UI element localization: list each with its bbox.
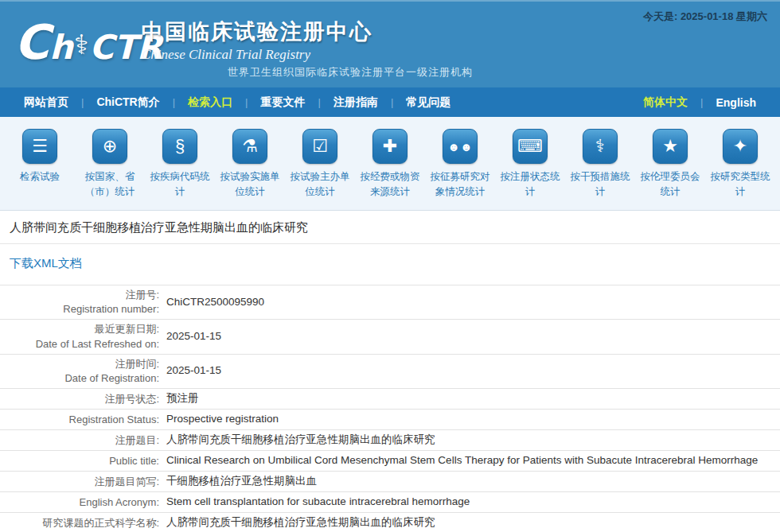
stats-toolbar: ☰ 检索试验 ⊕ 按国家、省（市）统计 § 按疾病代码统计 ⚗ 按试验实施单位统… [0,117,780,211]
site-title-en: Chinese Clinical Trial Registry [142,47,372,63]
table-row-last-refreshed: 最近更新日期: Date of Last Refreshed on: 2025-… [0,320,780,354]
lang-english[interactable]: English [703,96,769,109]
nav-item-home[interactable]: 网站首页 [11,95,81,110]
row-label-line: Date of Last Refreshed on: [0,337,159,351]
toolbar-item-stats-by-funding-source[interactable]: ✚ 按经费或物资来源统计 [355,117,425,210]
toolbar-item-search-trials[interactable]: ☰ 检索试验 [5,117,75,210]
toolbar-item-label: 按征募研究对象情况统计 [426,169,494,200]
row-label: 注册时间: Date of Registration: [0,357,159,386]
row-label-line: 注册题目简写: [0,475,159,489]
row-label-line: Registration number: [0,302,159,316]
download-section: 下载XML文档 [0,244,780,285]
keyboard-mouse-icon: ⌨ [513,129,548,164]
toolbar-item-label: 按研究类型统计 [706,169,774,200]
numbered-list-icon: ☰ [22,129,57,164]
row-label-line: English Acronym: [0,495,159,510]
toolbar-item-stats-by-recruitment-status[interactable]: ☻☻ 按征募研究对象情况统计 [425,117,495,210]
nav-item-about-chictr[interactable]: ChiCTR简介 [84,95,172,110]
row-label-line: Public title: [0,454,159,468]
doctor-icon: ⚕ [583,129,618,164]
people-icon: ☻☻ [443,129,478,164]
toolbar-item-label: 检索试验 [20,169,60,184]
row-value: 人脐带间充质干细胞移植治疗亚急性期脑出血的临床研究 [159,433,435,448]
medical-bag-icon: ✚ [372,129,408,164]
row-value: Clinical Research on Umbilical Cord Mese… [159,453,758,468]
row-label-line: 最近更新日期: [0,322,159,336]
toolbar-item-label: 按经费或物资来源统计 [356,169,424,200]
table-row-acronym-en: English Acronym: Stem cell transplantati… [0,492,780,513]
today-date: 今天是: 2025-01-18 星期六 [643,10,767,24]
download-xml-link[interactable]: 下载XML文档 [10,256,82,270]
row-label: 注册号状态: [0,392,159,406]
row-label-line: Registration Status: [0,413,159,427]
site-header: Ch⚕CTR 中国临床试验注册中心 Chinese Clinical Trial… [0,0,780,87]
row-label: 研究课题的正式科学名称: [0,516,159,530]
site-subtitle: 世界卫生组织国际临床试验注册平台一级注册机构 [228,65,473,80]
flask-icon: ⚗ [232,129,267,164]
row-value: 2025-01-15 [159,363,221,379]
toolbar-item-stats-by-registration-status[interactable]: ⌨ 按注册状态统计 [495,117,565,210]
row-label-line: 注册号状态: [0,392,159,406]
nav-item-faq[interactable]: 常见问题 [393,95,463,110]
row-label-line: 注册号: [0,288,159,302]
main-nav: 网站首页 ChiCTR简介 检索入口 重要文件 注册指南 常见问题 简体中文 E… [0,87,780,117]
toolbar-item-label: 按试验实施单位统计 [216,169,284,200]
toolbar-item-stats-by-country-province[interactable]: ⊕ 按国家、省（市）统计 [75,117,145,210]
row-label: 最近更新日期: Date of Last Refreshed on: [0,322,159,351]
row-value: 人脐带间充质干细胞移植治疗亚急性期脑出血的临床研究 [159,515,435,530]
row-value: 干细胞移植治疗亚急性期脑出血 [159,474,317,489]
world-map-icon: ⊕ [92,129,127,164]
lang-simplified-chinese[interactable]: 简体中文 [630,95,700,110]
dna-icon: § [162,129,197,164]
row-value: ChiCTR2500095990 [159,295,264,310]
row-value: 预注册 [159,391,199,406]
nav-item-registration-guide[interactable]: 注册指南 [321,95,391,110]
table-row-acronym-zh: 注册题目简写: 干细胞移植治疗亚急性期脑出血 [0,472,780,492]
toolbar-item-label: 按注册状态统计 [496,169,564,200]
toolbar-item-stats-by-sponsor-unit[interactable]: ☑ 按试验主办单位统计 [285,117,355,210]
row-label-line: Date of Registration: [0,371,159,386]
toolbar-item-label: 按试验主办单位统计 [286,169,354,200]
table-row-scientific-title-zh: 研究课题的正式科学名称: 人脐带间充质干细胞移植治疗亚急性期脑出血的临床研究 [0,513,780,532]
toolbar-item-stats-by-intervention[interactable]: ⚕ 按干预措施统计 [565,117,635,210]
row-value: Prospective registration [159,412,279,427]
row-label-line: 注册题目: [0,433,159,448]
row-label: Registration Status: [0,413,159,427]
toolbar-item-label: 按疾病代码统计 [146,169,214,200]
site-title-zh: 中国临床试验注册中心 [142,17,372,46]
star-icon: ★ [653,129,688,164]
toolbar-item-stats-by-disease-code[interactable]: § 按疾病代码统计 [145,117,215,210]
toolbar-item-stats-by-study-type[interactable]: ✦ 按研究类型统计 [705,117,775,210]
row-value: Stem cell transplantation for subacute i… [159,495,470,510]
table-row-public-title-zh: 注册题目: 人脐带间充质干细胞移植治疗亚急性期脑出血的临床研究 [0,430,780,451]
toolbar-item-label: 按国家、省（市）统计 [76,169,144,200]
registration-info-table: 注册号: Registration number: ChiCTR25000959… [0,285,780,532]
row-value: 2025-01-15 [159,329,221,344]
table-row-registration-number: 注册号: Registration number: ChiCTR25000959… [0,285,780,320]
nav-item-search-portal[interactable]: 检索入口 [175,95,245,110]
table-row-date-of-registration: 注册时间: Date of Registration: 2025-01-15 [0,355,780,389]
row-label: Public title: [0,454,159,468]
toolbar-item-stats-by-ethics-committee[interactable]: ★ 按伦理委员会统计 [635,117,705,210]
toolbar-item-label: 按干预措施统计 [566,169,634,200]
sparkles-icon: ✦ [723,129,758,164]
row-label: 注册号: Registration number: [0,288,159,316]
site-title-block: 中国临床试验注册中心 Chinese Clinical Trial Regist… [142,17,372,63]
logo-text-left: Ch [14,17,73,72]
caduceus-icon: ⚕ [74,29,88,60]
nav-item-important-documents[interactable]: 重要文件 [248,95,318,110]
row-label: English Acronym: [0,495,159,510]
row-label-line: 注册时间: [0,357,159,371]
toolbar-item-stats-by-implementing-unit[interactable]: ⚗ 按试验实施单位统计 [215,117,285,210]
clipboard-checklist-icon: ☑ [302,129,337,164]
table-row-registration-status-zh: 注册号状态: 预注册 [0,389,780,410]
toolbar-item-label: 按伦理委员会统计 [636,169,704,200]
row-label-line: 研究课题的正式科学名称: [0,516,159,530]
row-label: 注册题目简写: [0,475,159,489]
trial-page-title: 人脐带间充质干细胞移植治疗亚急性期脑出血的临床研究 [0,211,780,244]
table-row-registration-status-en: Registration Status: Prospective registr… [0,410,780,430]
chictr-logo[interactable]: Ch⚕CTR [14,17,162,72]
row-label: 注册题目: [0,433,159,448]
table-row-public-title-en: Public title: Clinical Research on Umbil… [0,451,780,472]
